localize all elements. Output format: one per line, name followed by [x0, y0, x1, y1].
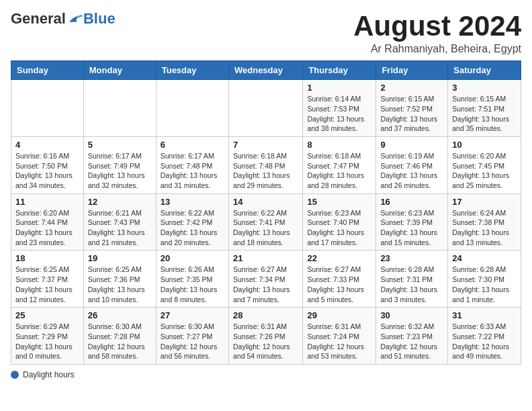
calendar-cell: 21Sunrise: 6:27 AMSunset: 7:34 PMDayligh…	[228, 250, 302, 308]
calendar-cell: 11Sunrise: 6:20 AMSunset: 7:44 PMDayligh…	[11, 193, 84, 250]
day-info: Sunrise: 6:16 AMSunset: 7:50 PMDaylight:…	[15, 151, 79, 191]
day-number: 16	[380, 197, 443, 207]
day-number: 24	[452, 253, 517, 263]
page-header: General Blue August 2024 Ar Rahmaniyah, …	[11, 11, 521, 55]
day-info: Sunrise: 6:33 AMSunset: 7:22 PMDaylight:…	[452, 322, 517, 361]
day-info: Sunrise: 6:15 AMSunset: 7:51 PMDaylight:…	[452, 94, 517, 134]
day-info: Sunrise: 6:23 AMSunset: 7:39 PMDaylight:…	[380, 208, 443, 248]
calendar-table: SundayMondayTuesdayWednesdayThursdayFrid…	[11, 60, 521, 365]
calendar-cell: 17Sunrise: 6:24 AMSunset: 7:38 PMDayligh…	[448, 193, 521, 250]
calendar-cell	[156, 80, 228, 137]
header-friday: Friday	[376, 61, 448, 80]
day-info: Sunrise: 6:18 AMSunset: 7:47 PMDaylight:…	[307, 151, 371, 191]
header-wednesday: Wednesday	[228, 61, 302, 80]
day-info: Sunrise: 6:28 AMSunset: 7:30 PMDaylight:…	[452, 265, 517, 304]
day-info: Sunrise: 6:29 AMSunset: 7:29 PMDaylight:…	[15, 322, 79, 361]
day-info: Sunrise: 6:30 AMSunset: 7:28 PMDaylight:…	[88, 322, 152, 361]
day-number: 3	[452, 83, 517, 93]
calendar-cell: 22Sunrise: 6:27 AMSunset: 7:33 PMDayligh…	[303, 250, 376, 308]
header-saturday: Saturday	[448, 61, 521, 80]
day-number: 31	[452, 310, 517, 320]
calendar-cell: 12Sunrise: 6:21 AMSunset: 7:43 PMDayligh…	[83, 193, 156, 250]
day-info: Sunrise: 6:15 AMSunset: 7:52 PMDaylight:…	[380, 94, 443, 134]
calendar-cell: 15Sunrise: 6:23 AMSunset: 7:40 PMDayligh…	[303, 193, 376, 250]
day-number: 29	[307, 310, 371, 320]
day-number: 17	[452, 197, 517, 207]
calendar-cell	[228, 80, 302, 137]
day-number: 28	[233, 310, 298, 320]
day-info: Sunrise: 6:31 AMSunset: 7:26 PMDaylight:…	[233, 322, 298, 361]
calendar-cell: 27Sunrise: 6:30 AMSunset: 7:27 PMDayligh…	[156, 308, 228, 365]
calendar-cell: 13Sunrise: 6:22 AMSunset: 7:42 PMDayligh…	[156, 193, 228, 250]
calendar-cell: 2Sunrise: 6:15 AMSunset: 7:52 PMDaylight…	[376, 80, 448, 137]
day-number: 19	[88, 253, 152, 263]
day-number: 2	[380, 83, 443, 93]
day-number: 6	[161, 140, 224, 150]
day-info: Sunrise: 6:20 AMSunset: 7:44 PMDaylight:…	[15, 208, 79, 248]
calendar-cell: 31Sunrise: 6:33 AMSunset: 7:22 PMDayligh…	[448, 308, 521, 365]
calendar-cell: 5Sunrise: 6:17 AMSunset: 7:49 PMDaylight…	[83, 136, 156, 193]
day-number: 13	[161, 197, 224, 207]
day-info: Sunrise: 6:21 AMSunset: 7:43 PMDaylight:…	[88, 208, 152, 248]
calendar-cell	[83, 80, 156, 137]
calendar-cell: 14Sunrise: 6:22 AMSunset: 7:41 PMDayligh…	[228, 193, 302, 250]
day-info: Sunrise: 6:18 AMSunset: 7:48 PMDaylight:…	[233, 151, 298, 191]
day-info: Sunrise: 6:31 AMSunset: 7:24 PMDaylight:…	[307, 322, 371, 361]
day-number: 20	[161, 253, 224, 263]
week-row-2: 4Sunrise: 6:16 AMSunset: 7:50 PMDaylight…	[11, 136, 521, 193]
day-number: 18	[15, 253, 79, 263]
header-tuesday: Tuesday	[156, 61, 228, 80]
day-info: Sunrise: 6:25 AMSunset: 7:36 PMDaylight:…	[88, 265, 152, 304]
calendar-cell: 28Sunrise: 6:31 AMSunset: 7:26 PMDayligh…	[228, 308, 302, 365]
calendar-cell: 8Sunrise: 6:18 AMSunset: 7:47 PMDaylight…	[303, 136, 376, 193]
calendar-cell: 20Sunrise: 6:26 AMSunset: 7:35 PMDayligh…	[156, 250, 228, 308]
day-number: 14	[233, 197, 298, 207]
day-info: Sunrise: 6:32 AMSunset: 7:23 PMDaylight:…	[380, 322, 443, 361]
logo-blue-text: Blue	[83, 11, 116, 27]
calendar-cell: 9Sunrise: 6:19 AMSunset: 7:46 PMDaylight…	[376, 136, 448, 193]
calendar-cell: 10Sunrise: 6:20 AMSunset: 7:45 PMDayligh…	[448, 136, 521, 193]
page-title: August 2024	[353, 11, 521, 42]
calendar-cell: 26Sunrise: 6:30 AMSunset: 7:28 PMDayligh…	[83, 308, 156, 365]
day-info: Sunrise: 6:28 AMSunset: 7:31 PMDaylight:…	[380, 265, 443, 304]
day-number: 22	[307, 253, 371, 263]
week-row-4: 18Sunrise: 6:25 AMSunset: 7:37 PMDayligh…	[11, 250, 521, 308]
logo-bird-icon	[67, 12, 83, 26]
calendar-cell: 4Sunrise: 6:16 AMSunset: 7:50 PMDaylight…	[11, 136, 84, 193]
week-row-3: 11Sunrise: 6:20 AMSunset: 7:44 PMDayligh…	[11, 193, 521, 250]
logo: General Blue	[11, 11, 116, 27]
day-number: 12	[88, 197, 152, 207]
calendar-cell: 3Sunrise: 6:15 AMSunset: 7:51 PMDaylight…	[448, 80, 521, 137]
day-info: Sunrise: 6:17 AMSunset: 7:48 PMDaylight:…	[161, 151, 224, 191]
title-block: August 2024 Ar Rahmaniyah, Beheira, Egyp…	[353, 11, 521, 55]
day-number: 1	[307, 83, 371, 93]
day-info: Sunrise: 6:22 AMSunset: 7:41 PMDaylight:…	[233, 208, 298, 248]
day-number: 7	[233, 140, 298, 150]
day-info: Sunrise: 6:19 AMSunset: 7:46 PMDaylight:…	[380, 151, 443, 191]
day-number: 30	[380, 310, 443, 320]
day-info: Sunrise: 6:27 AMSunset: 7:33 PMDaylight:…	[307, 265, 371, 304]
day-info: Sunrise: 6:20 AMSunset: 7:45 PMDaylight:…	[452, 151, 517, 191]
calendar-cell: 24Sunrise: 6:28 AMSunset: 7:30 PMDayligh…	[448, 250, 521, 308]
day-number: 15	[307, 197, 371, 207]
calendar-cell: 25Sunrise: 6:29 AMSunset: 7:29 PMDayligh…	[11, 308, 84, 365]
calendar-cell: 23Sunrise: 6:28 AMSunset: 7:31 PMDayligh…	[376, 250, 448, 308]
day-info: Sunrise: 6:24 AMSunset: 7:38 PMDaylight:…	[452, 208, 517, 248]
calendar-cell: 30Sunrise: 6:32 AMSunset: 7:23 PMDayligh…	[376, 308, 448, 365]
day-number: 10	[452, 140, 517, 150]
calendar-cell: 19Sunrise: 6:25 AMSunset: 7:36 PMDayligh…	[83, 250, 156, 308]
calendar-cell	[11, 80, 84, 137]
day-number: 11	[15, 197, 79, 207]
footer-label: Daylight hours	[23, 370, 75, 379]
header-monday: Monday	[83, 61, 156, 80]
day-info: Sunrise: 6:17 AMSunset: 7:49 PMDaylight:…	[88, 151, 152, 191]
calendar-cell: 16Sunrise: 6:23 AMSunset: 7:39 PMDayligh…	[376, 193, 448, 250]
day-info: Sunrise: 6:27 AMSunset: 7:34 PMDaylight:…	[233, 265, 298, 304]
calendar-cell: 7Sunrise: 6:18 AMSunset: 7:48 PMDaylight…	[228, 136, 302, 193]
header-sunday: Sunday	[11, 61, 84, 80]
day-number: 5	[88, 140, 152, 150]
week-row-5: 25Sunrise: 6:29 AMSunset: 7:29 PMDayligh…	[11, 308, 521, 365]
day-info: Sunrise: 6:30 AMSunset: 7:27 PMDaylight:…	[161, 322, 224, 361]
footer-note: Daylight hours	[11, 370, 521, 379]
day-info: Sunrise: 6:25 AMSunset: 7:37 PMDaylight:…	[15, 265, 79, 304]
